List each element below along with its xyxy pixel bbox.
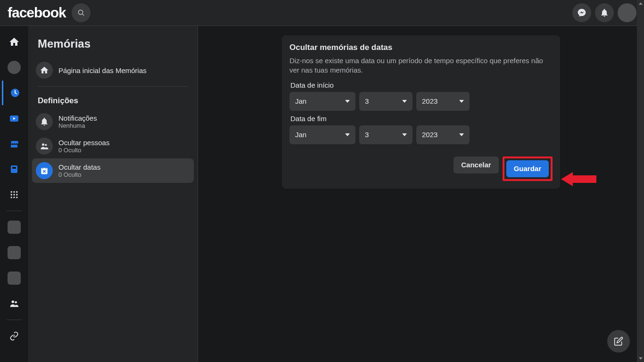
sidebar-hide-dates[interactable]: Ocultar datas 0 Oculto [32,158,194,183]
sidebar-item-sub: 0 Oculto [58,171,100,178]
start-day-select[interactable]: 3 [359,92,413,111]
calendar-circle-icon [36,162,53,179]
svg-point-7 [11,191,12,193]
shortcut-icon [8,246,21,259]
rail-profile[interactable] [2,55,26,80]
home-icon [8,36,20,48]
hide-dates-card: Ocultar memórias de datas Diz-nos se exi… [282,35,560,189]
search-icon [77,9,85,16]
sidebar-hide-people[interactable]: Ocultar pessoas 0 Oculto [32,134,194,158]
notifications-button[interactable] [595,3,614,22]
svg-point-11 [13,194,15,195]
rail-separator [7,211,22,211]
svg-rect-21 [42,167,43,169]
svg-point-8 [13,191,15,193]
rail-shortcut-1[interactable] [2,215,26,239]
svg-rect-6 [12,167,16,169]
svg-point-15 [16,197,17,198]
select-value: Jan [295,131,306,139]
sidebar-memories-home[interactable]: Página inicial das Memórias [32,58,194,82]
rail-memories[interactable] [2,81,26,105]
end-date-label: Data de fim [290,115,552,123]
svg-rect-5 [11,165,17,173]
cancel-button[interactable]: Cancelar [454,156,498,173]
rail-groups[interactable] [2,157,26,181]
bell-circle-icon [36,113,53,130]
select-value: 3 [365,97,369,105]
shortcut-icon [8,221,21,234]
end-year-select[interactable]: 2023 [416,125,470,144]
rail-watch[interactable] [2,106,26,131]
scrollbar-down[interactable] [637,355,644,362]
svg-point-9 [16,191,17,193]
bell-icon [600,8,609,17]
people-icon [9,298,19,309]
start-year-select[interactable]: 2023 [416,92,470,111]
shortcut-icon [8,272,21,285]
svg-point-14 [13,197,15,198]
svg-point-13 [11,197,12,198]
svg-point-12 [16,194,17,195]
save-button[interactable]: Guardar [506,160,549,177]
chevron-down-icon [459,100,464,103]
rail-menu[interactable] [2,182,26,207]
end-day-select[interactable]: 3 [359,125,413,144]
scrollbar-up[interactable] [637,0,644,7]
rail-separator [7,320,22,320]
rail-shortcut-4[interactable] [2,291,26,316]
groups-icon [8,164,20,175]
home-circle-icon [36,62,53,79]
chevron-down-icon [402,100,407,103]
rail-shortcut-2[interactable] [2,240,26,265]
link-icon [9,331,19,341]
svg-point-17 [15,301,17,304]
svg-rect-22 [46,167,47,169]
save-button-highlight: Guardar [503,156,553,181]
marketplace-icon [8,138,20,149]
left-rail [0,26,28,362]
sidebar-section-title: Definições [32,90,194,109]
end-month-select[interactable]: Jan [289,125,355,144]
sidebar-notifications[interactable]: Notificações Nenhuma [32,109,194,134]
select-value: 2023 [422,131,438,139]
svg-point-10 [11,194,12,195]
facebook-logo[interactable]: facebook [8,5,66,21]
svg-point-0 [78,10,83,14]
page-title: Memórias [32,33,194,58]
rail-link[interactable] [2,324,26,348]
svg-point-19 [45,144,47,146]
sidebar-item-sub: Nenhuma [58,122,97,129]
start-date-label: Data de início [290,81,552,89]
rail-marketplace[interactable] [2,132,26,156]
watch-icon [8,113,20,124]
sidebar-item-label: Ocultar datas [58,163,100,171]
account-avatar[interactable] [618,3,636,22]
start-month-select[interactable]: Jan [289,92,355,111]
content: Ocultar memórias de datas Diz-nos se exi… [198,26,644,362]
chevron-down-icon [402,133,407,136]
select-value: Jan [295,97,306,105]
rail-shortcut-3[interactable] [2,266,26,290]
scrollbar[interactable] [637,0,644,362]
chevron-down-icon [345,100,350,103]
grid-icon [9,190,19,199]
search-button[interactable] [72,3,91,22]
messenger-button[interactable] [572,3,591,22]
chevron-down-icon [459,133,464,136]
clock-icon [9,87,21,99]
card-description: Diz-nos se existe uma data ou um período… [289,56,553,75]
edit-icon [614,337,623,346]
chevron-down-icon [345,133,350,136]
messenger-icon [577,8,586,17]
sidebar: Memórias Página inicial das Memórias Def… [28,26,198,362]
sidebar-item-label: Página inicial das Memórias [58,66,147,74]
sidebar-item-sub: 0 Oculto [58,147,109,154]
compose-button[interactable] [607,330,630,353]
svg-point-16 [12,301,15,304]
avatar-icon [8,61,21,74]
card-title: Ocultar memórias de datas [289,43,553,52]
header: facebook [0,0,644,26]
select-value: 2023 [422,97,438,105]
people-circle-icon [36,138,53,155]
rail-home[interactable] [2,30,26,54]
